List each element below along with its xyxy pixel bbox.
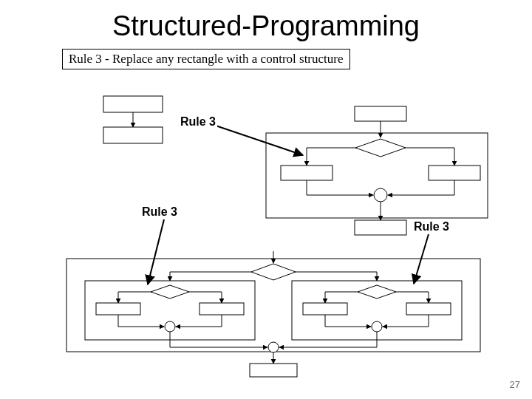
svg-rect-19 — [355, 220, 406, 235]
svg-rect-9 — [281, 166, 332, 180]
svg-rect-47 — [406, 303, 451, 315]
if-else-block — [266, 106, 488, 235]
svg-rect-34 — [200, 303, 244, 315]
svg-rect-12 — [429, 166, 480, 180]
svg-point-17 — [374, 188, 387, 202]
diagram-svg — [0, 0, 532, 399]
stack-two-boxes — [103, 96, 163, 143]
svg-rect-2 — [103, 127, 163, 143]
svg-rect-31 — [96, 303, 140, 315]
label-rule3-top: Rule 3 — [179, 115, 217, 129]
label-rule3-right: Rule 3 — [412, 220, 451, 233]
page-number: 27 — [510, 379, 520, 390]
svg-point-39 — [165, 321, 175, 332]
svg-point-57 — [268, 342, 279, 352]
label-rule3-left: Rule 3 — [140, 205, 179, 219]
svg-rect-4 — [355, 106, 406, 121]
svg-rect-59 — [250, 364, 297, 377]
svg-rect-44 — [303, 303, 347, 315]
svg-point-52 — [372, 321, 382, 332]
svg-rect-0 — [103, 96, 163, 112]
slide: Structured-Programming Rule 3 - Replace … — [0, 0, 532, 399]
